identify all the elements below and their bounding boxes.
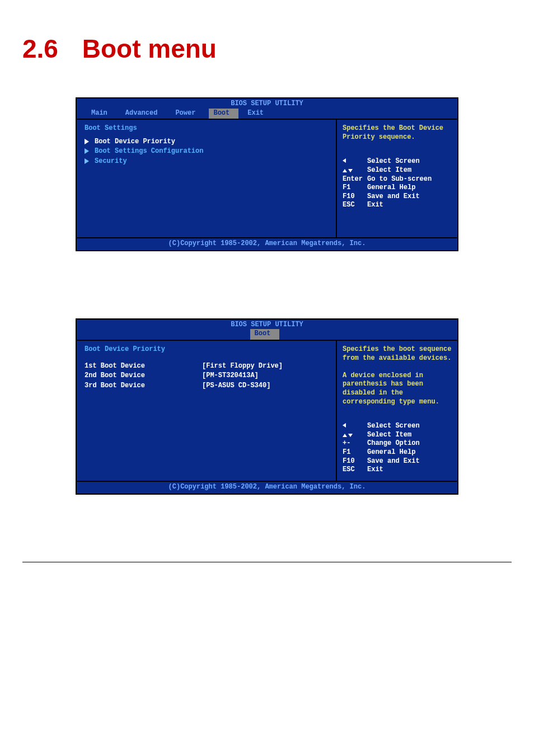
boot-settings-heading: Boot Settings [85,124,328,133]
legend-desc: Save and Exit [367,457,420,466]
bios-footer: (C)Copyright 1985-2002, American Megatre… [77,237,457,250]
boot-device-label: 1st Boot Device [85,362,202,371]
section-number: 2.6 [22,34,58,63]
legend-row: F10Save and Exit [343,457,452,466]
page-heading: 2.6 Boot menu [22,34,512,64]
legend-key: ESC [343,201,367,210]
arrow-left-right-icon [343,422,346,431]
submenu-label: Boot Settings Configuration [95,147,203,156]
legend-desc: Select Screen [367,422,420,431]
legend-row: +-Change Option [343,439,452,448]
legend-row: ESCExit [343,201,452,210]
legend-desc: General Help [367,448,415,457]
bios-left-panel: Boot Settings Boot Device PriorityBoot S… [77,120,337,237]
bios-window-boot-settings: BIOS SETUP UTILITY MainAdvancedPowerBoot… [76,97,458,251]
submenu-label: Boot Device Priority [95,138,175,147]
boot-device-label: 3rd Boot Device [85,382,202,391]
legend-desc: Change Option [367,439,420,448]
bios-help-panel: Specifies the Boot Device Priority seque… [337,120,457,237]
boot-device-row[interactable]: 2nd Boot Device[PM-ST320413A] [85,372,328,381]
page-rule [22,562,512,562]
legend-desc: Select Screen [367,157,420,166]
legend-row: F1General Help [343,448,452,457]
legend: Select ScreenSelect ItemEnterGo to Sub-s… [343,157,452,210]
boot-device-label: 2nd Boot Device [85,372,202,381]
bios-window-boot-device-priority: BIOS SETUP UTILITY Boot Boot Device Prio… [76,318,458,495]
submenu-label: Security [95,157,127,166]
submenu-security[interactable]: Security [85,157,328,166]
legend-key: ESC [343,466,367,475]
bios-body: Boot Settings Boot Device PriorityBoot S… [77,120,457,237]
legend-key: +- [343,439,367,448]
bios-tabs: MainAdvancedPowerBootExit [77,109,457,119]
legend-row: Select Item [343,431,452,440]
legend-desc: Go to Sub-screen [367,175,432,184]
legend-key [343,157,367,166]
submenu-boot-device-priority[interactable]: Boot Device Priority [85,138,328,147]
arrow-up-down-icon [343,169,353,172]
bios-help-panel: Specifies the boot sequence from the ava… [337,341,457,481]
tab-boot[interactable]: Boot [250,329,280,340]
legend-desc: Exit [367,201,383,210]
bios-tabs: Boot [77,329,457,340]
bios-left-panel: Boot Device Priority 1st Boot Device[Fir… [77,341,337,481]
legend-desc: Select Item [367,166,411,175]
arrow-left-right-icon [343,157,346,166]
legend-key: F1 [343,184,367,192]
bios-body: Boot Device Priority 1st Boot Device[Fir… [77,341,457,481]
submenu-marker-icon [85,148,89,154]
boot-device-priority-heading: Boot Device Priority [85,345,328,354]
boot-device-value: [PS-ASUS CD-S340] [202,382,270,391]
submenu-marker-icon [85,139,89,144]
bios-titlebar: BIOS SETUP UTILITY MainAdvancedPowerBoot… [77,98,457,120]
legend-row: EnterGo to Sub-screen [343,175,452,184]
tab-power[interactable]: Power [171,109,204,119]
legend-key [343,166,367,175]
legend-key: F10 [343,457,367,466]
arrow-up-down-icon [343,434,353,437]
legend: Select ScreenSelect Item+-Change OptionF… [343,422,452,475]
legend-row: ESCExit [343,466,452,475]
tab-advanced[interactable]: Advanced [121,109,167,119]
bios-title: BIOS SETUP UTILITY [77,98,457,109]
legend-row: F10Save and Exit [343,192,452,201]
submenu-boot-settings-configuration[interactable]: Boot Settings Configuration [85,147,328,156]
legend-row: Select Item [343,166,452,175]
legend-row: F1General Help [343,184,452,192]
bios-titlebar: BIOS SETUP UTILITY Boot [77,320,457,341]
boot-device-value: [First Floppy Drive] [202,362,283,371]
boot-device-value: [PM-ST320413A] [202,372,259,381]
help-text: Specifies the Boot Device Priority seque… [343,124,452,142]
legend-desc: Select Item [367,431,411,440]
submenu-marker-icon [85,158,89,164]
legend-key [343,431,367,440]
boot-device-row[interactable]: 3rd Boot Device[PS-ASUS CD-S340] [85,382,328,391]
legend-desc: Exit [367,466,383,475]
legend-key: Enter [343,175,367,184]
boot-device-row[interactable]: 1st Boot Device[First Floppy Drive] [85,362,328,371]
bios-title: BIOS SETUP UTILITY [77,320,457,330]
legend-key: F1 [343,448,367,457]
legend-key [343,422,367,431]
tab-boot[interactable]: Boot [209,109,238,119]
help-text: Specifies the boot sequence from the ava… [343,345,452,406]
bios-footer: (C)Copyright 1985-2002, American Megatre… [77,481,457,494]
legend-desc: General Help [367,184,415,192]
tab-exit[interactable]: Exit [243,109,273,119]
tab-main[interactable]: Main [87,109,116,119]
legend-row: Select Screen [343,157,452,166]
legend-key: F10 [343,192,367,201]
legend-row: Select Screen [343,422,452,431]
legend-desc: Save and Exit [367,192,420,201]
section-title-text: Boot menu [82,34,217,63]
